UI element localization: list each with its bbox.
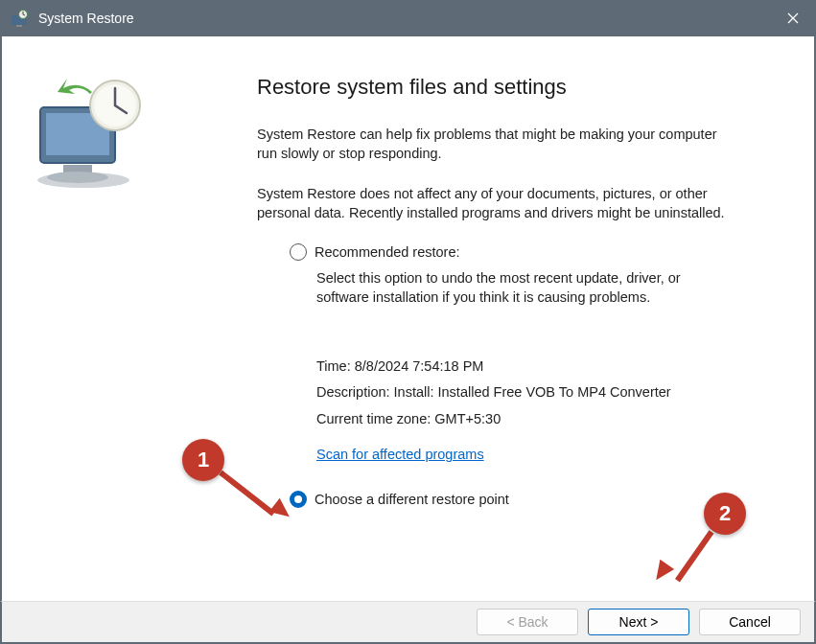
radio-choose[interactable]: Choose a different restore point: [290, 491, 728, 508]
radio-recommended-circle: [290, 243, 307, 261]
annotation-badge-2: 2: [704, 493, 746, 535]
close-button[interactable]: [770, 0, 816, 36]
scan-affected-link[interactable]: Scan for affected programs: [316, 447, 484, 462]
radio-recommended-label: Recommended restore:: [315, 244, 460, 260]
intro-1: System Restore can help fix problems tha…: [257, 125, 728, 163]
meta-description: Description: Install: Installed Free VOB…: [316, 380, 728, 406]
back-button[interactable]: < Back: [477, 609, 578, 635]
restore-icon-large: [31, 75, 155, 190]
meta-timezone: Current time zone: GMT+5:30: [316, 406, 728, 433]
radio-recommended-desc: Select this option to undo the most rece…: [316, 268, 728, 308]
next-button[interactable]: Next >: [588, 609, 689, 635]
radio-recommended[interactable]: Recommended restore:: [290, 243, 728, 261]
restore-icon-small: [10, 9, 29, 28]
page-title: Restore system files and settings: [257, 75, 728, 100]
sidebar: [2, 36, 171, 601]
svg-rect-1: [16, 25, 22, 27]
content-area: Restore system files and settings System…: [0, 36, 816, 602]
cancel-button[interactable]: Cancel: [699, 609, 801, 635]
footer: < Back Next > Cancel: [0, 602, 816, 644]
intro-2: System Restore does not affect any of yo…: [257, 184, 728, 222]
radio-choose-label: Choose a different restore point: [315, 492, 509, 507]
meta-time: Time: 8/8/2024 7:54:18 PM: [316, 354, 728, 380]
annotation-badge-1: 1: [182, 439, 224, 481]
window-title: System Restore: [38, 11, 134, 26]
svg-point-7: [47, 172, 108, 183]
titlebar: System Restore: [0, 0, 816, 36]
radio-choose-circle: [290, 491, 307, 508]
restore-meta: Time: 8/8/2024 7:54:18 PM Description: I…: [316, 354, 728, 433]
